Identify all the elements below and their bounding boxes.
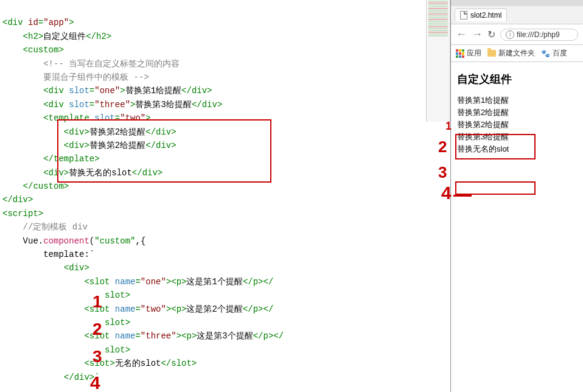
forward-button[interactable]: → <box>472 28 483 41</box>
annotation-r1: 1 <box>445 120 452 133</box>
code-line: <div <box>2 18 28 27</box>
annotation-r4: 4 <box>441 183 452 203</box>
browser-tab-bar: slot2.html <box>451 6 583 24</box>
annotation-underline <box>453 195 472 197</box>
reload-button[interactable]: ↻ <box>487 29 495 40</box>
page-icon <box>460 11 467 19</box>
annotation-r2: 2 <box>438 138 447 156</box>
page-heading: 自定义组件 <box>457 72 577 86</box>
output-line: 替换第2给提醒 <box>457 107 577 118</box>
annotation-3: 3 <box>93 347 102 366</box>
url-text: file:///D:/php9 <box>517 30 560 39</box>
back-button[interactable]: ← <box>456 28 467 41</box>
browser-titlebar <box>451 0 583 6</box>
browser-address-bar: ← → ↻ i file:///D:/php9 <box>451 24 583 45</box>
annotation-r3: 3 <box>438 163 447 182</box>
annotation-4: 4 <box>90 373 100 392</box>
url-input[interactable]: i file:///D:/php9 <box>500 29 578 41</box>
output-line: 替换第2给提醒 <box>457 119 577 130</box>
minimap[interactable] <box>426 0 450 122</box>
folder-bookmark[interactable]: 新建文件夹 <box>487 48 535 58</box>
folder-icon <box>487 50 496 57</box>
info-icon: i <box>506 30 514 39</box>
annotation-1: 1 <box>93 292 102 312</box>
apps-bookmark[interactable]: 应用 <box>456 48 481 58</box>
code-editor[interactable]: <div id="app"> <h2>自定义组件</h2> <custom> <… <box>0 0 426 392</box>
annotation-2: 2 <box>93 320 102 339</box>
output-line: 替换第1给提醒 <box>457 95 577 106</box>
annotation-box-output-2 <box>455 181 536 195</box>
bookmark-bar: 应用 新建文件夹 🐾 百度 <box>451 45 583 62</box>
annotation-box-code <box>57 119 271 183</box>
tab-title: slot2.html <box>470 11 501 19</box>
paw-icon: 🐾 <box>541 49 550 58</box>
baidu-bookmark[interactable]: 🐾 百度 <box>541 48 567 58</box>
apps-icon <box>456 49 464 58</box>
browser-tab[interactable]: slot2.html <box>455 9 507 21</box>
annotation-box-output-1 <box>455 134 536 159</box>
